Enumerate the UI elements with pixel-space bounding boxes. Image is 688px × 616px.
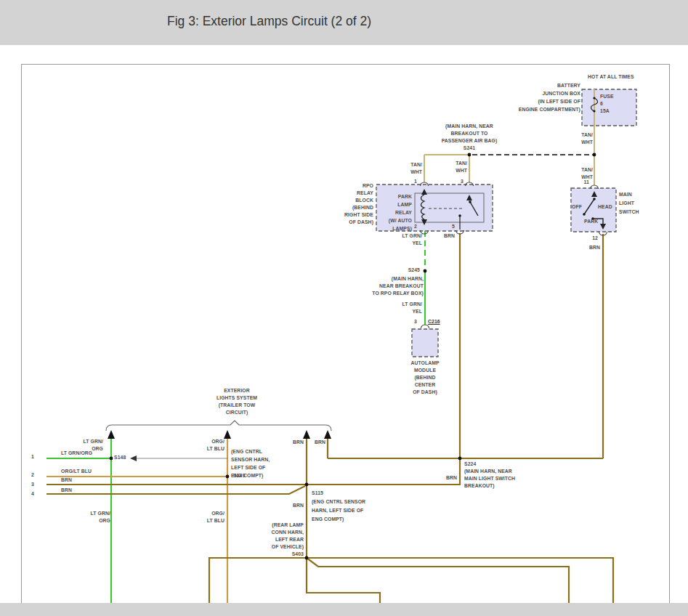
splice-s245-location: (MAIN HARN, NEAR BREAKOUT TO RPO RELAY B… [363, 275, 424, 297]
wire-label-brn-vert1: BRN [283, 439, 304, 446]
circuit2-number: 2 [31, 471, 34, 479]
switch-off-label: OFF [572, 203, 582, 211]
bottom-gray-strip [0, 603, 688, 616]
autolamp-module-box [412, 329, 438, 357]
autolamp-module-label: AUTOLAMP MODULE (BEHIND CENTER OF DASH) [403, 360, 447, 396]
connector-c216-link[interactable]: C216 [428, 318, 440, 325]
splice-s241-label: (MAIN HARN, NEAR BREAKOUT TO PASSENGER A… [433, 123, 506, 152]
splice-s224-label: S224 (MAIN HARN, NEAR MAIN LIGHT SWITCH … [464, 461, 515, 490]
wire-label-brn-s224: BRN [438, 474, 457, 482]
arrow-up-brn2-icon [324, 430, 331, 439]
wire-label-brn-pin12: BRN [581, 244, 600, 251]
splice-dot-s403 [305, 556, 309, 560]
circuit3-number: 3 [31, 481, 34, 488]
splice-dot-s245 [424, 270, 427, 273]
arrow-up-orgltblu-icon [224, 430, 231, 439]
splice-dot-s115 [305, 483, 309, 487]
splice-s148-label: S148 [114, 454, 126, 461]
splice-s149-label: S149 [233, 472, 245, 479]
figure-title: Fig 3: Exterior Lamps Circuit (2 of 2) [167, 0, 371, 42]
circuit4-wire-label: BRN [61, 487, 72, 494]
wire-brn-circuit4 [46, 486, 305, 494]
relay-pin3-label: 3 [456, 178, 464, 185]
wire-label-tanwht-1: TAN/ WHT [571, 131, 593, 146]
switch-park-label: PARK [584, 218, 598, 225]
relay-pin2-label: 2 [410, 223, 417, 230]
splice-dot-s148 [110, 457, 113, 461]
autolamp-pin-label: 3 [410, 318, 417, 325]
switch-pin12-label: 12 [585, 235, 598, 242]
arrow-up-brn1-icon [303, 430, 310, 439]
circuit4-number: 4 [31, 490, 34, 498]
wire-label-ltgrnyel-1: LT GRN/ YEL [399, 232, 422, 247]
wire-label-brn-s115: BRN [285, 502, 304, 509]
rpo-relay-block-label: RPO RELAY BLOCK (BEHIND RIGHT SIDE OF DA… [330, 182, 373, 226]
arrow-up-ltgrnorg-icon [108, 430, 115, 439]
junction-dot-fuse-feed [593, 153, 596, 157]
splice-dot-s149 [226, 475, 230, 479]
hot-at-all-times-label: HOT AT ALL TIMES [588, 73, 634, 81]
wire-label-orgltblu-bottom: ORG/ LT BLU [198, 510, 224, 524]
circuit1-wire-label: LT GRN/ORG [61, 450, 92, 457]
wire-label-orgltblu-vert: ORG/ LT BLU [198, 438, 224, 453]
switch-head-label: HEAD [598, 203, 612, 211]
circuit1-number: 1 [31, 453, 34, 461]
splice-s115-label: S115 (ENG CNTRL SENSOR HARN, LEFT SIDE O… [312, 489, 365, 524]
splice-s403-location: (REAR LAMP CONN HARN, LEFT REAR OF VEHIC… [244, 522, 304, 558]
circuit3-wire-label: BRN [61, 477, 72, 484]
park-lamp-relay-label: PARK LAMP RELAY (W/ AUTO LAMPS) [377, 192, 412, 232]
s148-callout-arrow-icon [130, 455, 137, 461]
relay-pin5-label: 5 [448, 223, 455, 230]
contact-pivot-dot [469, 200, 472, 203]
wire-brn-s403-down [307, 558, 380, 603]
wire-label-ltgrnorg-bottom: LT GRN/ ORG [84, 510, 110, 524]
wire-label-ltgrnyel-2: LT GRN/ YEL [397, 301, 422, 315]
wire-brn-s403-horizontal [209, 558, 613, 603]
wire-label-tanwht-4: TAN/ WHT [445, 160, 467, 174]
exterior-system-bracket [106, 421, 331, 431]
splice-dot-s224 [458, 457, 462, 461]
wire-label-brn-pin5: BRN [433, 232, 455, 240]
exterior-lights-system-label: EXTERIOR LIGHTS SYSTEM (TRAILER TOW CIRC… [201, 387, 273, 416]
wire-label-brn-vert2: BRN [308, 439, 325, 446]
splice-dot-s241 [468, 153, 472, 157]
battery-junction-box-label: BATTERY JUNCTION BOX (IN LEFT SIDE OF EN… [501, 81, 580, 113]
main-light-switch-label: MAIN LIGHT SWITCH [619, 190, 639, 216]
relay-pin1-label: 1 [410, 178, 417, 185]
wire-label-tanwht-3: TAN/ WHT [400, 161, 422, 176]
switch-off-dot [583, 213, 586, 216]
switch-pin11-label: 11 [576, 179, 589, 186]
diagram-canvas: HOT AT ALL TIMES BATTERY JUNCTION BOX (I… [21, 64, 670, 604]
wire-brn-s403-diagonal [307, 558, 569, 603]
fuse-terminal-dot [593, 110, 595, 112]
figure-title-bar: Fig 3: Exterior Lamps Circuit (2 of 2) [0, 0, 688, 45]
circuit2-wire-label: ORG/LT BLU [61, 468, 92, 475]
fuse-terminal-dot [593, 97, 595, 99]
splice-s245-label: S245 [397, 267, 420, 274]
fuse-label: FUSE 6 15A [600, 93, 614, 115]
